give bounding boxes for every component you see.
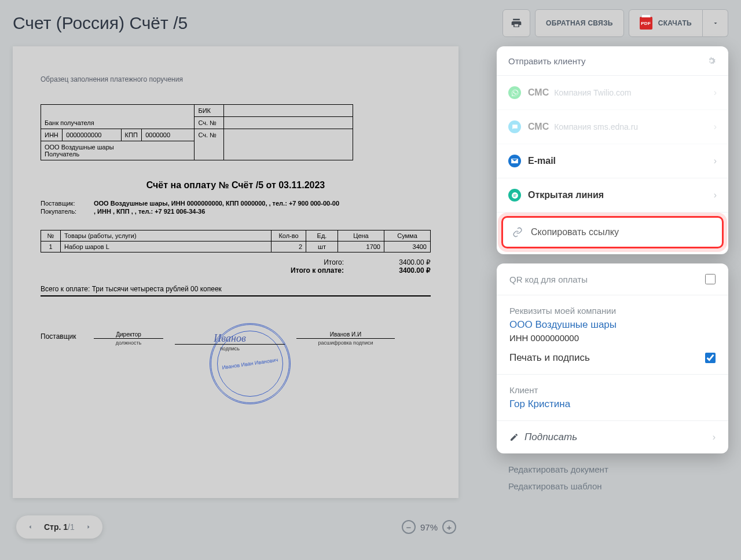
document-preview: Образец заполнения платежного поручения … [13, 46, 458, 498]
send-openline[interactable]: Открытая линия › [497, 178, 728, 213]
chevron-right-icon: › [713, 432, 716, 442]
svg-point-0 [512, 192, 518, 199]
fill-sample-label: Образец заполнения платежного поручения [41, 75, 431, 83]
page-title: Счет (Россия) Счёт /5 [13, 13, 498, 33]
mail-icon [508, 155, 521, 167]
client-link[interactable]: Гор Кристина [509, 398, 716, 410]
send-to-client-card: Отправить клиенту СМС Компания Twilio.co… [497, 46, 728, 254]
link-icon [511, 226, 524, 239]
chat-icon [508, 189, 521, 202]
bank-details-table: Банк получателя БИК Сч. № ИНН 0000000000… [41, 104, 353, 160]
sign-action[interactable]: Подписать › [497, 421, 728, 453]
company-inn: ИНН 0000000000 [509, 333, 716, 343]
zoom-in-button[interactable]: + [442, 520, 456, 534]
feedback-button[interactable]: ОБРАТНАЯ СВЯЗЬ [535, 9, 624, 37]
prev-page-button[interactable] [22, 519, 38, 535]
qr-checkbox[interactable] [705, 274, 716, 284]
chat-bubble-icon [508, 120, 521, 133]
download-menu-button[interactable] [703, 9, 728, 37]
gear-icon[interactable] [706, 56, 717, 66]
chevron-right-icon: › [714, 87, 717, 98]
whatsapp-icon [508, 86, 521, 99]
print-button[interactable] [502, 9, 530, 37]
send-sms-twilio[interactable]: СМС Компания Twilio.com › [497, 76, 728, 110]
copy-link[interactable]: Скопировать ссылку [501, 216, 724, 248]
zoom-out-button[interactable]: − [402, 520, 416, 534]
items-table: № Товары (работы, услуги) Кол-во Ед. Цен… [41, 230, 431, 252]
send-email[interactable]: E-mail › [497, 144, 728, 178]
requisites-label: Реквизиты моей компании [509, 306, 716, 316]
invoice-title: Счёт на оплату № Счёт /5 от 03.11.2023 [41, 180, 431, 191]
stamp-sign-checkbox[interactable] [705, 353, 716, 363]
edit-template-link[interactable]: Редактировать шаблон [508, 478, 728, 495]
company-link[interactable]: ООО Воздушные шары [509, 319, 716, 331]
page-indicator: Стр. 1/1 [41, 522, 78, 532]
qr-section[interactable]: QR код для оплаты [497, 263, 728, 295]
chevron-right-icon: › [714, 156, 717, 166]
chevron-right-icon: › [714, 190, 717, 200]
table-row: 1 Набор шаров L 2 шт 1700 3400 [41, 241, 431, 252]
client-label: Клиент [509, 385, 716, 395]
details-panel: QR код для оплаты Реквизиты моей компани… [497, 263, 728, 453]
zoom-level: 97% [420, 522, 438, 532]
download-button[interactable]: PDF СКАЧАТЬ [629, 9, 703, 37]
next-page-button[interactable] [80, 519, 97, 535]
pen-icon [509, 433, 519, 442]
edit-document-link[interactable]: Редактировать документ [508, 462, 728, 478]
chevron-down-icon [712, 20, 719, 27]
pager: Стр. 1/1 [16, 515, 102, 539]
pdf-icon: PDF [640, 17, 652, 30]
printer-icon [511, 17, 522, 29]
send-title: Отправить клиенту [508, 56, 586, 66]
sum-in-words: Всего к оплате: Три тысячи четыреста руб… [41, 285, 431, 297]
chevron-right-icon: › [714, 122, 717, 132]
stamp-sign-label: Печать и подпись [509, 352, 590, 364]
send-sms-edna[interactable]: СМС Компания sms.edna.ru › [497, 110, 728, 144]
